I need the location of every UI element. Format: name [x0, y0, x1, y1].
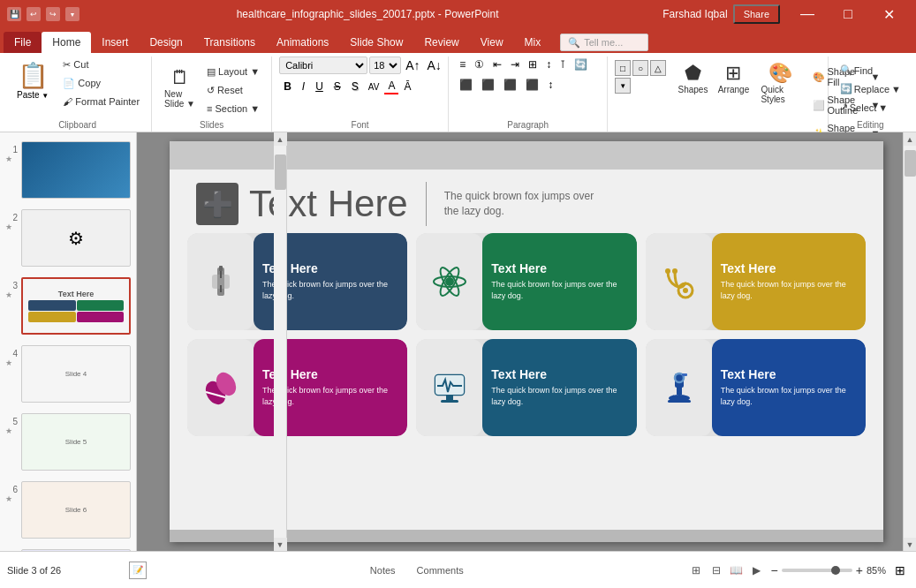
shadow-button[interactable]: S — [347, 79, 363, 94]
cut-button[interactable]: ✂ Cut — [58, 57, 144, 73]
slide-notes-icon[interactable]: 📝 — [129, 562, 147, 579]
share-button[interactable]: Share — [733, 4, 780, 24]
layout-button[interactable]: ▤ Layout ▼ — [202, 64, 264, 80]
text-direction-button[interactable]: ↕ — [542, 57, 555, 72]
copy-button[interactable]: 📄 Copy — [58, 75, 144, 92]
canvas-scroll-thumb[interactable] — [905, 150, 916, 177]
slide-thumb-3[interactable]: 3 ★ Text Here — [4, 275, 132, 336]
scroll-up-button[interactable]: ▲ — [274, 132, 287, 146]
underline-button[interactable]: U — [311, 79, 328, 94]
card-6-title: Text Here — [721, 367, 857, 381]
fit-slide-button[interactable]: ⊞ — [891, 562, 909, 579]
maximize-button[interactable]: □ — [828, 0, 868, 28]
decrease-font-button[interactable]: A↓ — [424, 57, 443, 73]
tab-slideshow[interactable]: Slide Show — [339, 32, 413, 53]
tab-design[interactable]: Design — [139, 32, 193, 53]
card-3-text: Text Here The quick brown fox jumps over… — [712, 233, 866, 330]
scroll-track — [274, 146, 286, 538]
columns-button[interactable]: ⊞ — [525, 57, 541, 72]
slide-thumb-1[interactable]: 1 ★ — [4, 139, 132, 200]
select-button[interactable]: ↗ Select ▼ — [836, 99, 905, 116]
zoom-slider[interactable] — [782, 569, 852, 572]
tab-animations[interactable]: Animations — [266, 32, 339, 53]
bold-button[interactable]: B — [279, 79, 296, 94]
card-6[interactable]: Text Here The quick brown fox jumps over… — [646, 339, 866, 436]
zoom-out-button[interactable]: − — [771, 563, 778, 577]
quick-styles-button[interactable]: 🎨 Quick Styles — [755, 60, 805, 108]
tab-home[interactable]: Home — [42, 32, 91, 53]
shapes-button[interactable]: ⬟ Shapes — [674, 60, 711, 98]
ribbon-tabs: File Home Insert Design Transitions Anim… — [0, 28, 916, 53]
redo-icon[interactable]: ↪ — [46, 7, 60, 21]
increase-font-button[interactable]: A↑ — [403, 57, 422, 73]
paste-button[interactable]: 📋 Paste ▼ — [11, 57, 55, 109]
rectangle-shape[interactable]: □ — [615, 60, 631, 76]
section-button[interactable]: ≡ Section ▼ — [202, 101, 264, 117]
align-left-button[interactable]: ⬛ — [456, 77, 476, 93]
svg-rect-24 — [682, 373, 687, 376]
strikethrough-button[interactable]: S — [329, 79, 345, 94]
save-icon[interactable]: 💾 — [7, 7, 21, 21]
more-shapes[interactable]: ▼ — [615, 78, 631, 94]
format-painter-button[interactable]: 🖌 Format Painter — [58, 94, 144, 109]
decrease-indent-button[interactable]: ⇤ — [489, 57, 505, 72]
card-5[interactable]: Text Here The quick brown fox jumps over… — [416, 339, 636, 436]
tab-insert[interactable]: Insert — [91, 32, 139, 53]
card-3[interactable]: Text Here The quick brown fox jumps over… — [646, 233, 866, 330]
arrange-button[interactable]: ⊞ Arrange — [715, 60, 752, 98]
increase-indent-button[interactable]: ⇥ — [507, 57, 523, 72]
char-spacing-button[interactable]: AV — [365, 81, 383, 93]
italic-button[interactable]: I — [298, 79, 309, 94]
oval-shape[interactable]: ○ — [632, 60, 648, 76]
text-highlight-button[interactable]: Ā — [400, 79, 414, 94]
tab-mix[interactable]: Mix — [514, 32, 552, 53]
minimize-button[interactable]: — — [787, 0, 828, 28]
normal-view-button[interactable]: ⊞ — [687, 562, 705, 579]
new-slide-button[interactable]: 🗒 NewSlide ▼ — [159, 64, 201, 112]
slide-thumb-7[interactable]: 7 ★ Slide 7 — [4, 547, 132, 551]
card-1[interactable]: Text Here The quick brown fox jumps over… — [187, 233, 407, 330]
comments-button[interactable]: Comments — [410, 563, 471, 577]
slideshow-view-button[interactable]: ▶ — [748, 562, 766, 579]
justify-button[interactable]: ⬛ — [522, 77, 542, 93]
reading-view-button[interactable]: 📖 — [728, 562, 746, 579]
font-family-select[interactable]: Calibri — [279, 57, 367, 74]
tab-transitions[interactable]: Transitions — [193, 32, 266, 53]
card-2-text: Text Here The quick brown fox jumps over… — [482, 233, 636, 330]
slide-thumb-5[interactable]: 5 ★ Slide 5 — [4, 411, 132, 472]
font-color-button[interactable]: A — [384, 79, 398, 94]
line-spacing-button[interactable]: ↕ — [544, 77, 556, 93]
scroll-thumb[interactable] — [275, 155, 286, 190]
reset-button[interactable]: ↺ Reset — [202, 82, 264, 99]
notes-button[interactable]: Notes — [363, 563, 403, 577]
numbering-button[interactable]: ① — [471, 57, 488, 72]
tell-me-box[interactable]: 🔍 Tell me... — [560, 34, 648, 51]
replace-button[interactable]: 🔄 Replace ▼ — [836, 80, 905, 97]
close-button[interactable]: ✕ — [868, 0, 909, 28]
tab-file[interactable]: File — [4, 32, 42, 53]
scroll-down-button[interactable]: ▼ — [274, 538, 287, 551]
tab-review[interactable]: Review — [413, 32, 469, 53]
slide-sorter-button[interactable]: ⊟ — [708, 562, 725, 579]
zoom-in-button[interactable]: + — [856, 563, 863, 577]
tab-view[interactable]: View — [470, 32, 514, 53]
slide-thumb-2[interactable]: 2 ★ ⚙ — [4, 207, 132, 268]
card-4[interactable]: Text Here The quick brown fox jumps over… — [187, 339, 407, 436]
slide-preview-1 — [21, 141, 131, 199]
align-right-button[interactable]: ⬛ — [500, 77, 520, 93]
canvas-scroll-down[interactable]: ▼ — [904, 538, 917, 551]
triangle-shape[interactable]: △ — [650, 60, 666, 76]
slide-thumb-4[interactable]: 4 ★ Slide 4 — [4, 343, 132, 404]
undo-icon[interactable]: ↩ — [26, 7, 41, 21]
customize-icon[interactable]: ▼ — [65, 7, 79, 21]
font-size-select[interactable]: 18 — [369, 57, 401, 74]
bullets-button[interactable]: ≡ — [456, 57, 469, 72]
card-2[interactable]: Text Here The quick brown fox jumps over… — [416, 233, 636, 330]
convert-smartart-button[interactable]: 🔄 — [571, 57, 591, 72]
slide-header-title[interactable]: Text Here — [249, 183, 408, 225]
align-center-button[interactable]: ⬛ — [478, 77, 498, 93]
align-text-button[interactable]: ⊺ — [556, 57, 569, 72]
canvas-scroll-up[interactable]: ▲ — [904, 132, 917, 146]
slide-thumb-6[interactable]: 6 ★ Slide 6 — [4, 479, 132, 540]
find-button[interactable]: 🔍 Find — [836, 62, 905, 79]
